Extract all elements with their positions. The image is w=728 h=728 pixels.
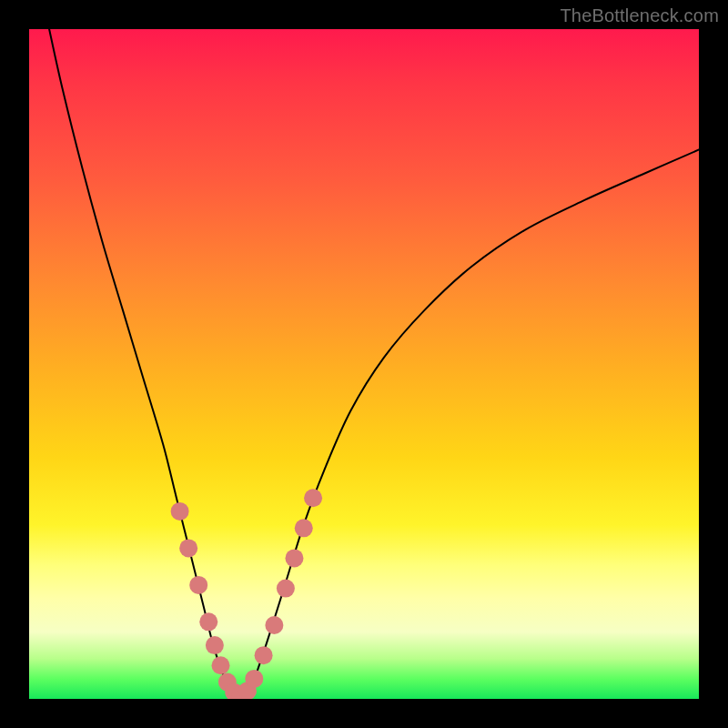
marker-dot <box>212 656 230 674</box>
main-curve-path <box>49 29 699 698</box>
marker-dot <box>265 616 283 634</box>
plot-area <box>29 29 699 699</box>
chart-svg <box>29 29 699 699</box>
marker-dot <box>255 646 273 664</box>
marker-dot <box>304 489 322 507</box>
marker-dot <box>285 549 303 567</box>
marker-dot <box>206 636 224 654</box>
marker-dot <box>199 612 217 631</box>
marker-dot <box>295 519 313 537</box>
chart-stage: TheBottleneck.com <box>0 0 728 728</box>
marker-dot <box>189 576 207 594</box>
marker-dot <box>179 539 197 557</box>
marker-cluster-group <box>171 489 322 699</box>
marker-dot <box>171 502 189 521</box>
marker-dot <box>277 580 295 598</box>
watermark-text: TheBottleneck.com <box>560 5 719 26</box>
marker-dot <box>245 670 263 688</box>
